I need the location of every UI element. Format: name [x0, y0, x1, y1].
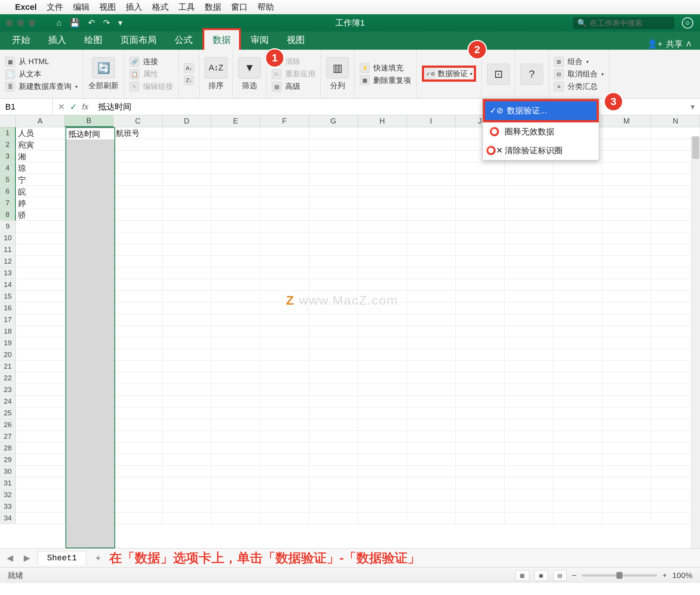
cell-C23[interactable]	[114, 384, 163, 396]
cell-K27[interactable]	[505, 431, 554, 442]
tab-nav-prev-icon[interactable]: ◀	[4, 553, 16, 563]
cell-H7[interactable]	[358, 197, 407, 209]
cell-M17[interactable]	[602, 314, 651, 326]
redo-icon[interactable]: ↷	[103, 18, 110, 28]
cell-M29[interactable]	[602, 454, 651, 466]
cell-M26[interactable]	[602, 419, 651, 431]
cell-M23[interactable]	[602, 384, 651, 396]
zoom-level[interactable]: 100%	[672, 571, 692, 580]
cell-E7[interactable]	[211, 197, 260, 209]
cell-F18[interactable]	[260, 326, 309, 337]
spreadsheet-grid[interactable]: ABCDEFGHIJKLMN 1234567891011121314151617…	[0, 115, 700, 548]
cell-H6[interactable]	[358, 186, 407, 197]
cell-M3[interactable]	[602, 151, 651, 162]
cell-F3[interactable]	[260, 151, 309, 162]
cell-L20[interactable]	[553, 349, 602, 361]
column-header-A[interactable]: A	[16, 115, 65, 127]
cell-A19[interactable]	[16, 337, 65, 349]
cell-M25[interactable]	[602, 407, 651, 419]
cell-G30[interactable]	[309, 466, 358, 478]
close-icon[interactable]	[6, 20, 13, 26]
column-header-E[interactable]: E	[211, 115, 260, 127]
cell-K9[interactable]	[505, 221, 554, 232]
cell-K8[interactable]	[505, 209, 554, 221]
cell-C11[interactable]	[114, 244, 163, 256]
cell-K29[interactable]	[505, 454, 554, 466]
tab-formula[interactable]: 公式	[166, 30, 201, 50]
cell-M32[interactable]	[602, 489, 651, 501]
cell-F16[interactable]	[260, 302, 309, 314]
cell-D5[interactable]	[163, 174, 212, 186]
row-header-5[interactable]: 5	[0, 174, 16, 186]
cell-G28[interactable]	[309, 442, 358, 454]
cell-G25[interactable]	[309, 407, 358, 419]
cell-L28[interactable]	[553, 442, 602, 454]
feedback-icon[interactable]: ☺	[682, 17, 693, 29]
from-html-button[interactable]: ▦从 HTML	[5, 56, 78, 67]
row-header-16[interactable]: 16	[0, 302, 16, 314]
cell-F20[interactable]	[260, 349, 309, 361]
share-button[interactable]: 👤+ 共享 ᐱ	[642, 38, 696, 50]
cell-H31[interactable]	[358, 478, 407, 489]
cell-L30[interactable]	[553, 466, 602, 478]
cell-F31[interactable]	[260, 478, 309, 489]
cell-I7[interactable]	[407, 197, 456, 209]
sort-icon[interactable]: A↕Z	[205, 57, 227, 78]
cell-G8[interactable]	[309, 209, 358, 221]
cell-K11[interactable]	[505, 244, 554, 256]
cell-I10[interactable]	[407, 232, 456, 244]
row-header-19[interactable]: 19	[0, 337, 16, 349]
search-input[interactable]	[590, 19, 670, 27]
cell-L31[interactable]	[553, 478, 602, 489]
cell-E5[interactable]	[211, 174, 260, 186]
menu-data[interactable]: 数据	[205, 2, 221, 13]
cell-K34[interactable]	[505, 513, 554, 524]
cell-D2[interactable]	[163, 139, 212, 151]
cell-E8[interactable]	[211, 209, 260, 221]
cell-A9[interactable]	[16, 221, 65, 232]
cell-A1[interactable]: 人员	[16, 127, 65, 139]
cell-J28[interactable]	[456, 442, 505, 454]
add-sheet-icon[interactable]: +	[91, 552, 105, 564]
cell-K24[interactable]	[505, 396, 554, 407]
cell-C7[interactable]	[114, 197, 163, 209]
cell-E6[interactable]	[211, 186, 260, 197]
cell-H3[interactable]	[358, 151, 407, 162]
cell-F33[interactable]	[260, 501, 309, 513]
cell-F25[interactable]	[260, 407, 309, 419]
flash-fill-button[interactable]: ⚡快速填充	[360, 63, 411, 73]
cell-M27[interactable]	[602, 431, 651, 442]
row-header-17[interactable]: 17	[0, 314, 16, 326]
app-name[interactable]: Excel	[15, 2, 37, 12]
cell-M5[interactable]	[602, 174, 651, 186]
cell-I29[interactable]	[407, 454, 456, 466]
cell-E28[interactable]	[211, 442, 260, 454]
cell-G17[interactable]	[309, 314, 358, 326]
cell-A7[interactable]: 婷	[16, 197, 65, 209]
cell-I1[interactable]	[407, 127, 456, 139]
row-header-31[interactable]: 31	[0, 478, 16, 489]
cell-E29[interactable]	[211, 454, 260, 466]
cell-J26[interactable]	[456, 419, 505, 431]
column-header-F[interactable]: F	[260, 115, 309, 127]
cell-H24[interactable]	[358, 396, 407, 407]
cell-A28[interactable]	[16, 442, 65, 454]
home-icon[interactable]: ⌂	[56, 18, 61, 28]
cell-I19[interactable]	[407, 337, 456, 349]
tab-insert[interactable]: 插入	[40, 30, 75, 50]
row-header-18[interactable]: 18	[0, 326, 16, 337]
name-box[interactable]: B1	[0, 99, 53, 115]
cell-H23[interactable]	[358, 384, 407, 396]
cell-D13[interactable]	[163, 267, 212, 279]
select-all-corner[interactable]	[0, 115, 16, 127]
cell-L4[interactable]	[553, 162, 602, 174]
cell-A4[interactable]: 琼	[16, 162, 65, 174]
cell-D1[interactable]	[163, 127, 212, 139]
cell-E30[interactable]	[211, 466, 260, 478]
cell-J10[interactable]	[456, 232, 505, 244]
cell-F32[interactable]	[260, 489, 309, 501]
cell-L33[interactable]	[553, 501, 602, 513]
search-box[interactable]: 🔍	[573, 17, 674, 29]
collapse-ribbon-icon[interactable]: ᐱ	[686, 40, 691, 48]
cell-E22[interactable]	[211, 372, 260, 384]
